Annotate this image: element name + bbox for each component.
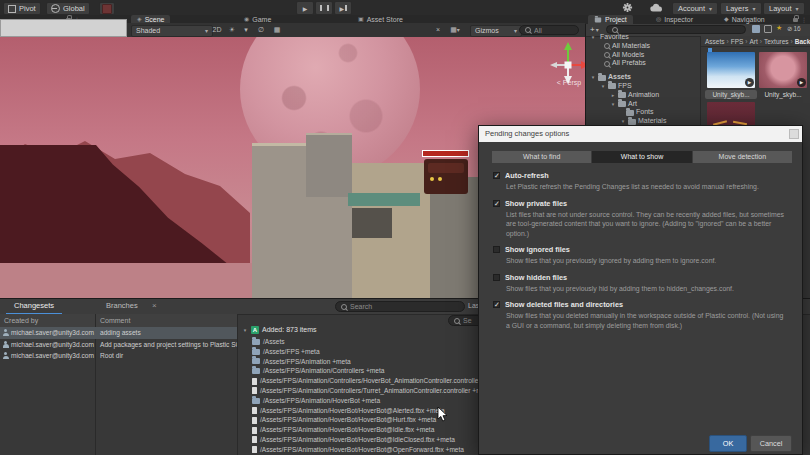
asset-thumbnail-skybox-2[interactable]: ▶ — [759, 52, 807, 88]
checkbox[interactable]: ✓ — [493, 172, 500, 179]
option-show-ignored-files[interactable]: Show ignored files — [493, 244, 785, 255]
tab-branches[interactable]: Branches — [98, 299, 146, 313]
tree-item-fonts[interactable]: Fonts — [590, 108, 700, 117]
tree-item-all-models[interactable]: All Models — [590, 51, 700, 60]
favorite-star-icon[interactable]: ★ — [776, 24, 782, 32]
all-prefabs-label: All Prefabs — [612, 59, 646, 68]
option-auto-refresh[interactable]: ✓ Auto-refresh — [493, 170, 785, 181]
breadcrumb-fps[interactable]: FPS — [731, 38, 744, 45]
2d-toggle[interactable]: 2D — [211, 25, 223, 35]
gizmos-dropdown[interactable]: Gizmos ▾ — [470, 25, 522, 37]
file-list-item[interactable]: /Assets — [252, 337, 285, 347]
scene-search-input[interactable] — [534, 27, 573, 34]
table-row[interactable]: michael.saver@unity3d.com Root dir — [0, 350, 237, 362]
file-list-item[interactable]: /Assets/FPS/Animation/HoverBot/HoverBot@… — [252, 445, 464, 455]
column-header-comment[interactable]: Comment — [100, 314, 130, 327]
shading-mode-dropdown[interactable]: Shaded ▾ — [131, 25, 213, 37]
play-overlay-icon[interactable]: ▶ — [797, 78, 806, 87]
file-list-item[interactable]: /Assets/FPS/Animation +meta — [252, 357, 351, 367]
layers-dropdown[interactable]: Layers ▾ — [720, 2, 762, 15]
asset-label[interactable]: Unity_skyb... — [757, 90, 809, 99]
pivot-icon — [8, 5, 16, 13]
settings-gear-button[interactable] — [622, 2, 633, 15]
file-list-item[interactable]: /Assets/FPS/Animation/HoverBot +meta — [252, 396, 380, 406]
file-list-item[interactable]: /Assets/FPS/Animation/HoverBot/HoverBot@… — [252, 425, 434, 435]
pivot-toggle-button[interactable]: Pivot — [3, 2, 41, 15]
grid-settings-dropdown[interactable]: ▦ — [270, 25, 284, 35]
checkbox[interactable] — [493, 274, 500, 281]
tree-item-fps[interactable]: ▾ FPS — [590, 82, 700, 91]
file-list-item[interactable]: /Assets/FPS/Animation/Controllers/Turret… — [252, 386, 491, 396]
scene-lighting-toggle[interactable]: ☀ — [227, 25, 237, 35]
breadcrumb-art[interactable]: Art — [750, 38, 758, 45]
play-button[interactable]: ▶ — [296, 1, 314, 15]
checkbox[interactable]: ✓ — [493, 301, 500, 308]
cloud-services-button[interactable] — [650, 2, 663, 15]
account-dropdown[interactable]: Account ▾ — [672, 2, 718, 15]
step-button[interactable]: ▶ — [334, 1, 352, 15]
ok-button[interactable]: OK — [709, 435, 747, 452]
breadcrumb: Assets › FPS › Art › Textures › Backg — [701, 36, 810, 47]
breadcrumb-current[interactable]: Backg — [795, 38, 810, 45]
panel-menu-icon[interactable]: ⋮ — [801, 16, 807, 23]
file-list-item[interactable]: /Assets/FPS/Animation/HoverBot/HoverBot@… — [252, 406, 445, 416]
scene-search-field[interactable] — [519, 25, 579, 35]
perspective-label[interactable]: < Persp — [548, 79, 585, 86]
scene-tools-button[interactable]: × — [432, 25, 444, 35]
file-list-item[interactable]: /Assets/FPS/Animation/HoverBot/HoverBot@… — [252, 435, 455, 445]
scene-visibility-toggle[interactable]: ∅ — [255, 25, 267, 35]
dialog-close-button[interactable] — [789, 129, 799, 139]
play-overlay-icon[interactable]: ▶ — [745, 78, 754, 87]
project-tab-icon — [595, 17, 601, 22]
cancel-button[interactable]: Cancel — [750, 435, 792, 452]
changesets-search-input[interactable] — [350, 303, 459, 310]
dialog-tab-what-to-show[interactable]: What to show — [592, 151, 691, 163]
dialog-tab-move-detection[interactable]: Move detection — [693, 151, 792, 163]
breadcrumb-textures[interactable]: Textures — [764, 38, 789, 45]
tree-item-art[interactable]: ▾ Art — [590, 100, 700, 109]
file-list-item[interactable]: /Assets/FPS/Animation/Controllers +meta — [252, 366, 384, 376]
project-search-input[interactable] — [621, 26, 740, 33]
option-show-hidden-files[interactable]: Show hidden files — [493, 272, 785, 283]
option-show-private-files[interactable]: ✓ Show private files — [493, 198, 785, 209]
column-header-created-by[interactable]: Created by — [4, 314, 38, 327]
tab-inspector[interactable]: ◎ Inspector — [650, 15, 699, 24]
tree-item-all-materials[interactable]: All Materials — [590, 42, 700, 51]
tree-item-animation[interactable]: ▸ Animation — [590, 91, 700, 100]
dialog-tab-what-to-find[interactable]: What to find — [492, 151, 591, 163]
gizmos-label: Gizmos — [475, 26, 499, 36]
checkbox[interactable]: ✓ — [493, 200, 500, 207]
option-show-deleted-files[interactable]: ✓ Show deleted files and directories — [493, 299, 785, 310]
tab-navigation[interactable]: ◆ Navigation — [718, 15, 771, 24]
checkbox[interactable] — [493, 246, 500, 253]
pause-button[interactable] — [315, 1, 333, 15]
tab-changesets[interactable]: Changesets — [6, 299, 62, 315]
hoverbot-enemy — [424, 159, 468, 194]
tab-project[interactable]: Project — [588, 15, 633, 24]
table-row[interactable]: michael.saver@unity3d.com adding assets — [0, 327, 237, 339]
breadcrumb-assets[interactable]: Assets — [705, 38, 725, 45]
tree-item-assets[interactable]: ▾ Assets — [590, 73, 700, 82]
file-list-item[interactable]: /Assets/FPS +meta — [252, 347, 320, 357]
added-items-header[interactable]: ▾ A Added: 873 items — [242, 325, 316, 335]
search-by-label-icon[interactable] — [764, 25, 772, 33]
camera-view-dropdown[interactable]: ▦▾ — [447, 25, 463, 35]
close-tab-button[interactable]: × — [152, 299, 157, 313]
tree-item-all-prefabs[interactable]: All Prefabs — [590, 59, 700, 68]
file-path: /Assets/FPS/Animation/HoverBot/HoverBot@… — [260, 425, 434, 435]
scene-audio-toggle[interactable]: ▾ — [240, 25, 252, 35]
layout-dropdown[interactable]: Layout ▾ — [763, 2, 805, 15]
hidden-count-toggle[interactable]: ⊘ 16 — [787, 25, 801, 33]
tree-item-favorites[interactable]: ▾ Favorites — [590, 33, 700, 42]
global-toggle-button[interactable]: Global — [46, 2, 90, 15]
snap-tool-button[interactable] — [99, 2, 115, 15]
file-list-item[interactable]: /Assets/FPS/Animation/HoverBot/HoverBot@… — [252, 415, 436, 425]
expand-arrow-icon: ▾ — [610, 100, 616, 109]
table-row[interactable]: michael.saver@unity3d.com Add packages a… — [0, 339, 237, 351]
asset-thumbnail-skybox-1[interactable]: ▶ — [707, 52, 755, 88]
search-by-type-icon[interactable] — [752, 25, 760, 33]
lock-icon[interactable] — [793, 18, 798, 22]
changesets-search-field[interactable] — [335, 301, 465, 312]
asset-label-selected[interactable]: Unity_skyb... — [705, 90, 757, 99]
file-list-item[interactable]: /Assets/FPS/Animation/Controllers/HoverB… — [252, 376, 501, 386]
